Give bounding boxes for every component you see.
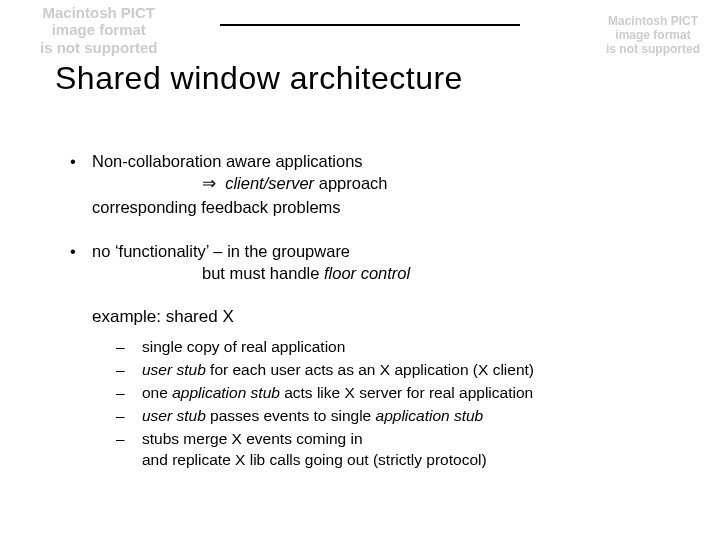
sub-bullet: – user stub for each user acts as an X a… — [116, 360, 680, 381]
example-heading: example: shared X — [92, 306, 680, 329]
sub-body: stubs merge X events coming in and repli… — [142, 429, 680, 471]
text: for each user acts as an X application (… — [206, 361, 534, 378]
bullet-line: no ‘functionality’ – in the groupware — [92, 240, 680, 262]
sub-body: one application stub acts like X server … — [142, 383, 680, 404]
sub-bullet: – user stub passes events to single appl… — [116, 406, 680, 427]
bullet-dot: • — [70, 240, 92, 285]
bullet-1: • Non-collaboration aware applications ⇒… — [70, 150, 680, 218]
sub-bullet: – single copy of real application — [116, 337, 680, 358]
italic: user stub — [142, 407, 206, 424]
italic: application stub — [376, 407, 484, 424]
text: approach — [314, 174, 387, 192]
bullet-body: no ‘functionality’ – in the groupware bu… — [92, 240, 680, 285]
italic: application stub — [172, 384, 280, 401]
bullet-body: Non-collaboration aware applications ⇒ c… — [92, 150, 680, 218]
bullet-line: Non-collaboration aware applications — [92, 150, 680, 172]
ghost-line: Macintosh PICT — [40, 4, 158, 21]
text: acts like X server for real application — [280, 384, 533, 401]
arrow-icon: ⇒ — [202, 174, 216, 193]
dash-icon: – — [116, 429, 142, 471]
sub-body: user stub passes events to single applic… — [142, 406, 680, 427]
text: one — [142, 384, 172, 401]
italic: client/server — [225, 174, 314, 192]
ghost-line: image format — [40, 21, 158, 38]
slide-title: Shared window architecture — [55, 60, 463, 97]
dash-icon: – — [116, 337, 142, 358]
ghost-line: image format — [606, 29, 700, 43]
pict-ghost-left: Macintosh PICT image format is not suppo… — [40, 4, 158, 56]
bullet-2: • no ‘functionality’ – in the groupware … — [70, 240, 680, 285]
italic: user stub — [142, 361, 206, 378]
text: passes events to single — [206, 407, 376, 424]
bullet-line: but must handle floor control — [92, 262, 680, 284]
top-rule — [220, 24, 520, 26]
pict-ghost-right: Macintosh PICT image format is not suppo… — [606, 15, 700, 56]
bullet-line: corresponding feedback problems — [92, 196, 680, 218]
dash-icon: – — [116, 406, 142, 427]
ghost-line: Macintosh PICT — [606, 15, 700, 29]
ghost-line: is not supported — [606, 43, 700, 57]
dash-icon: – — [116, 360, 142, 381]
slide-content: • Non-collaboration aware applications ⇒… — [70, 150, 680, 473]
slide: Macintosh PICT image format is not suppo… — [0, 0, 720, 540]
dash-icon: – — [116, 383, 142, 404]
ghost-line: is not supported — [40, 39, 158, 56]
text: but must handle — [202, 264, 324, 282]
bullet-line: ⇒ client/server approach — [92, 172, 680, 195]
italic: floor control — [324, 264, 410, 282]
sub-body: user stub for each user acts as an X app… — [142, 360, 680, 381]
bullet-dot: • — [70, 150, 92, 218]
sub-bullet: – stubs merge X events coming in and rep… — [116, 429, 680, 471]
sub-bullet: – one application stub acts like X serve… — [116, 383, 680, 404]
sub-body: single copy of real application — [142, 337, 680, 358]
